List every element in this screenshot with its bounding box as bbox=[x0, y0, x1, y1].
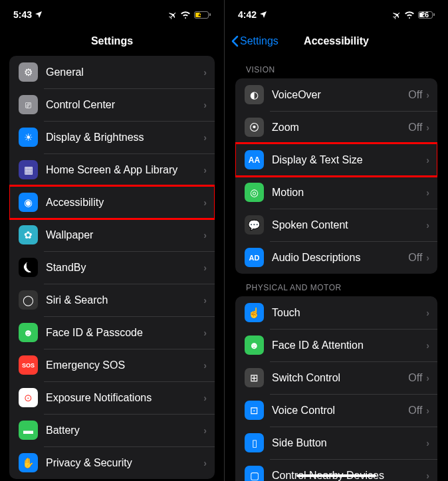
accessibility-list[interactable]: VISION ◐VoiceOverOff›⦿ZoomOff›AADisplay … bbox=[225, 56, 448, 481]
chevron-right-icon: › bbox=[426, 470, 429, 481]
status-bar: 4:42 26 bbox=[225, 0, 448, 27]
chevron-right-icon: › bbox=[426, 438, 429, 448]
nearby-icon: ▢ bbox=[245, 466, 264, 481]
row-general[interactable]: ⚙︎General› bbox=[9, 56, 215, 88]
vision-group: ◐VoiceOverOff›⦿ZoomOff›AADisplay & Text … bbox=[235, 78, 437, 274]
accessibility-screen: 4:42 26 Settings Accessibility VISION ◐V… bbox=[224, 0, 448, 481]
row-label: Home Screen & App Library bbox=[46, 164, 203, 176]
row-voiceover[interactable]: ◐VoiceOverOff› bbox=[235, 78, 437, 111]
chevron-right-icon: › bbox=[203, 458, 207, 468]
row-label: Face ID & Attention bbox=[272, 339, 426, 351]
row-label: Face ID & Passcode bbox=[46, 327, 203, 339]
row-home-screen-app-library[interactable]: ▦Home Screen & App Library› bbox=[9, 153, 215, 186]
row-touch[interactable]: ☝Touch› bbox=[235, 296, 437, 329]
row-label: Display & Brightness bbox=[46, 132, 203, 144]
voice-icon: ⊡ bbox=[245, 401, 264, 420]
row-face-id-attention[interactable]: ☻Face ID & Attention› bbox=[235, 329, 437, 361]
row-label: General bbox=[46, 66, 203, 78]
row-emergency-sos[interactable]: SOSEmergency SOS› bbox=[9, 349, 215, 381]
ad-icon: AD bbox=[245, 248, 264, 267]
face-icon: ☻ bbox=[19, 323, 38, 342]
zoom-icon: ⦿ bbox=[245, 118, 264, 137]
hand-icon: ✋ bbox=[19, 453, 38, 472]
bubble-icon: 💬 bbox=[245, 215, 264, 235]
switches-icon: ⎚ bbox=[19, 95, 38, 114]
flower-icon: ✿ bbox=[19, 225, 38, 244]
chevron-right-icon: › bbox=[203, 100, 207, 110]
row-accessibility[interactable]: ◉Accessibility› bbox=[9, 186, 215, 219]
side-icon: ▯ bbox=[245, 433, 264, 452]
chevron-right-icon: › bbox=[426, 308, 429, 318]
person-icon: ◉ bbox=[19, 193, 38, 212]
row-battery[interactable]: ▬Battery› bbox=[9, 414, 215, 446]
battery-indicator: 26 bbox=[418, 11, 435, 19]
row-label: StandBy bbox=[46, 262, 203, 274]
battery-indicator: 42 bbox=[194, 11, 211, 19]
voiceover-icon: ◐ bbox=[245, 85, 264, 104]
switch-icon: ⊞ bbox=[245, 368, 264, 387]
location-icon bbox=[259, 11, 267, 19]
row-motion[interactable]: ◎Motion› bbox=[235, 176, 437, 209]
row-label: Motion bbox=[272, 187, 426, 199]
back-label: Settings bbox=[240, 35, 279, 47]
home-indicator[interactable] bbox=[296, 474, 376, 477]
row-display-brightness[interactable]: ☀︎Display & Brightness› bbox=[9, 121, 215, 153]
chevron-right-icon: › bbox=[203, 262, 207, 273]
row-privacy-security[interactable]: ✋Privacy & Security› bbox=[9, 446, 215, 479]
row-label: Siri & Search bbox=[46, 294, 203, 306]
row-voice-control[interactable]: ⊡Voice ControlOff› bbox=[235, 394, 437, 427]
chevron-right-icon: › bbox=[426, 155, 429, 165]
chevron-right-icon: › bbox=[203, 132, 207, 143]
row-zoom[interactable]: ⦿ZoomOff› bbox=[235, 111, 437, 144]
sos-icon: SOS bbox=[19, 355, 38, 375]
wifi-icon bbox=[404, 11, 415, 19]
motor-group: ☝Touch›☻Face ID & Attention›⊞Switch Cont… bbox=[235, 296, 437, 481]
row-standby[interactable]: ⏾StandBy› bbox=[9, 251, 215, 284]
status-bar: 5:43 42 bbox=[0, 0, 224, 27]
grid-icon: ▦ bbox=[19, 160, 38, 179]
chevron-right-icon: › bbox=[203, 165, 207, 175]
settings-list[interactable]: ⚙︎General›⎚Control Center›☀︎Display & Br… bbox=[0, 56, 224, 481]
chevron-right-icon: › bbox=[203, 425, 207, 436]
section-header-motor: PHYSICAL AND MOTOR bbox=[225, 274, 448, 296]
row-wallpaper[interactable]: ✿Wallpaper› bbox=[9, 219, 215, 251]
chevron-right-icon: › bbox=[203, 328, 207, 338]
chevron-right-icon: › bbox=[426, 340, 429, 351]
settings-group-1: ⚙︎General›⎚Control Center›☀︎Display & Br… bbox=[9, 56, 215, 479]
row-label: Display & Text Size bbox=[272, 154, 426, 166]
aa-icon: AA bbox=[245, 150, 264, 169]
row-value: Off bbox=[408, 372, 422, 384]
page-title: Settings bbox=[91, 35, 133, 47]
gear-icon: ⚙︎ bbox=[19, 62, 38, 82]
row-label: Zoom bbox=[272, 122, 408, 134]
airplane-icon bbox=[168, 10, 177, 19]
row-label: Accessibility bbox=[46, 197, 203, 209]
chevron-right-icon: › bbox=[203, 197, 207, 208]
row-exposure-notifications[interactable]: ⊙Exposure Notifications› bbox=[9, 381, 215, 414]
row-side-button[interactable]: ▯Side Button› bbox=[235, 427, 437, 459]
chevron-right-icon: › bbox=[426, 405, 429, 416]
chevron-right-icon: › bbox=[426, 122, 429, 133]
row-control-nearby-devices[interactable]: ▢Control Nearby Devices› bbox=[235, 459, 437, 481]
chevron-right-icon: › bbox=[203, 230, 207, 241]
row-display-text-size[interactable]: AADisplay & Text Size› bbox=[235, 144, 437, 176]
chevron-right-icon: › bbox=[203, 393, 207, 403]
row-spoken-content[interactable]: 💬Spoken Content› bbox=[235, 209, 437, 241]
row-label: Touch bbox=[272, 307, 426, 319]
row-audio-descriptions[interactable]: ADAudio DescriptionsOff› bbox=[235, 241, 437, 274]
row-control-center[interactable]: ⎚Control Center› bbox=[9, 88, 215, 121]
row-label: Emergency SOS bbox=[46, 359, 203, 371]
location-icon bbox=[35, 11, 43, 19]
row-face-id-passcode[interactable]: ☻Face ID & Passcode› bbox=[9, 316, 215, 349]
row-siri-search[interactable]: ◯Siri & Search› bbox=[9, 284, 215, 316]
chevron-right-icon: › bbox=[426, 90, 429, 100]
page-title: Accessibility bbox=[304, 35, 369, 47]
row-label: VoiceOver bbox=[272, 89, 408, 101]
row-switch-control[interactable]: ⊞Switch ControlOff› bbox=[235, 361, 437, 394]
sun-icon: ☀︎ bbox=[19, 128, 38, 147]
row-label: Side Button bbox=[272, 437, 426, 449]
chevron-right-icon: › bbox=[426, 252, 429, 263]
back-button[interactable]: Settings bbox=[231, 35, 279, 47]
chevron-right-icon: › bbox=[203, 360, 207, 371]
chevron-right-icon: › bbox=[426, 373, 429, 383]
